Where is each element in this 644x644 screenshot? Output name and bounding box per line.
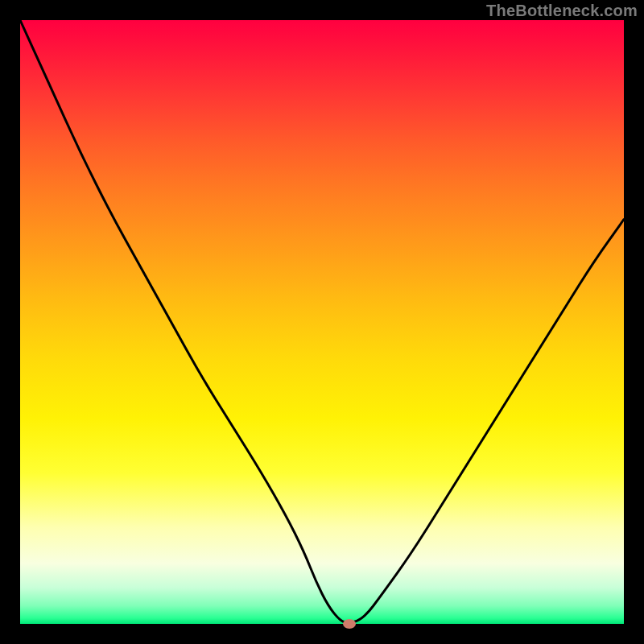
bottleneck-curve <box>20 20 624 623</box>
curve-svg <box>20 20 624 624</box>
attribution-text: TheBottleneck.com <box>486 2 638 20</box>
chart-container: TheBottleneck.com <box>0 0 644 644</box>
plot-area <box>20 20 624 624</box>
optimal-point-marker <box>343 619 356 629</box>
